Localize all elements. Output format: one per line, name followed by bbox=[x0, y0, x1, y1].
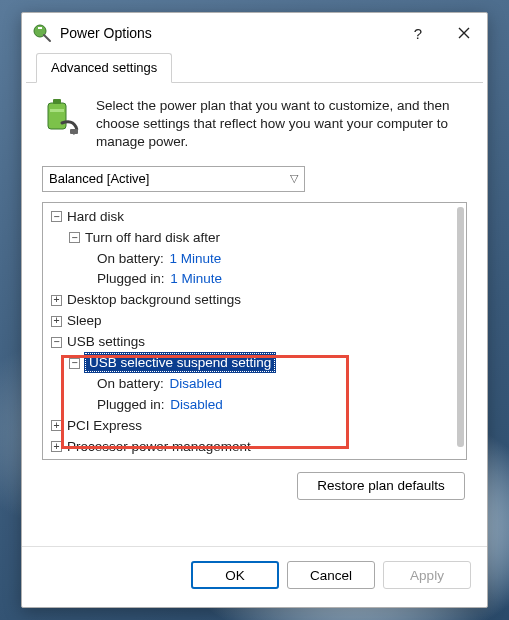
expand-icon[interactable]: + bbox=[51, 420, 62, 431]
scrollbar[interactable] bbox=[457, 207, 464, 447]
svg-rect-2 bbox=[48, 103, 66, 129]
usb-on-battery[interactable]: On battery: Disabled bbox=[47, 374, 464, 395]
collapse-icon[interactable]: − bbox=[51, 337, 62, 348]
tab-strip: Advanced settings bbox=[26, 53, 483, 83]
power-options-dialog: Power Options ? Advanced settings Select… bbox=[21, 12, 488, 608]
power-plug-icon bbox=[32, 23, 52, 43]
hard-disk-on-battery[interactable]: On battery: 1 Minute bbox=[47, 249, 464, 270]
titlebar: Power Options ? bbox=[22, 13, 487, 53]
tree-usb-selective-suspend[interactable]: −USB selective suspend setting bbox=[47, 353, 464, 374]
collapse-icon[interactable]: − bbox=[51, 211, 62, 222]
svg-rect-3 bbox=[53, 99, 61, 104]
power-plan-select[interactable]: Balanced [Active] ▽ bbox=[42, 166, 305, 192]
expand-icon[interactable]: + bbox=[51, 295, 62, 306]
expand-icon[interactable]: + bbox=[51, 441, 62, 452]
expand-icon[interactable]: + bbox=[51, 316, 62, 327]
tree-sleep[interactable]: +Sleep bbox=[47, 311, 464, 332]
ok-button[interactable]: OK bbox=[191, 561, 279, 589]
restore-defaults-button[interactable]: Restore plan defaults bbox=[297, 472, 465, 500]
tree-pci-express[interactable]: +PCI Express bbox=[47, 416, 464, 437]
apply-button[interactable]: Apply bbox=[383, 561, 471, 589]
window-title: Power Options bbox=[60, 25, 395, 41]
collapse-icon[interactable]: − bbox=[69, 358, 80, 369]
tree-hard-disk[interactable]: −Hard disk bbox=[47, 207, 464, 228]
svg-rect-4 bbox=[50, 109, 64, 112]
battery-plug-icon bbox=[42, 97, 82, 137]
svg-rect-1 bbox=[38, 27, 42, 29]
hard-disk-plugged-in[interactable]: Plugged in: 1 Minute bbox=[47, 269, 464, 290]
help-button[interactable]: ? bbox=[395, 13, 441, 53]
tree-usb-settings[interactable]: −USB settings bbox=[47, 332, 464, 353]
plan-selected-value: Balanced [Active] bbox=[49, 171, 149, 186]
svg-rect-5 bbox=[70, 129, 78, 134]
dialog-footer: OK Cancel Apply bbox=[22, 546, 487, 607]
intro-text: Select the power plan that you want to c… bbox=[96, 97, 467, 152]
tree-turn-off-hard-disk[interactable]: −Turn off hard disk after bbox=[47, 228, 464, 249]
selected-node: USB selective suspend setting bbox=[85, 353, 275, 372]
collapse-icon[interactable]: − bbox=[69, 232, 80, 243]
tab-advanced-settings[interactable]: Advanced settings bbox=[36, 53, 172, 83]
chevron-down-icon: ▽ bbox=[290, 172, 298, 185]
tree-processor-power[interactable]: +Processor power management bbox=[47, 437, 464, 455]
usb-plugged-in[interactable]: Plugged in: Disabled bbox=[47, 395, 464, 416]
settings-tree: −Hard disk −Turn off hard disk after On … bbox=[42, 202, 467, 460]
tree-desktop-background[interactable]: +Desktop background settings bbox=[47, 290, 464, 311]
cancel-button[interactable]: Cancel bbox=[287, 561, 375, 589]
close-button[interactable] bbox=[441, 13, 487, 53]
